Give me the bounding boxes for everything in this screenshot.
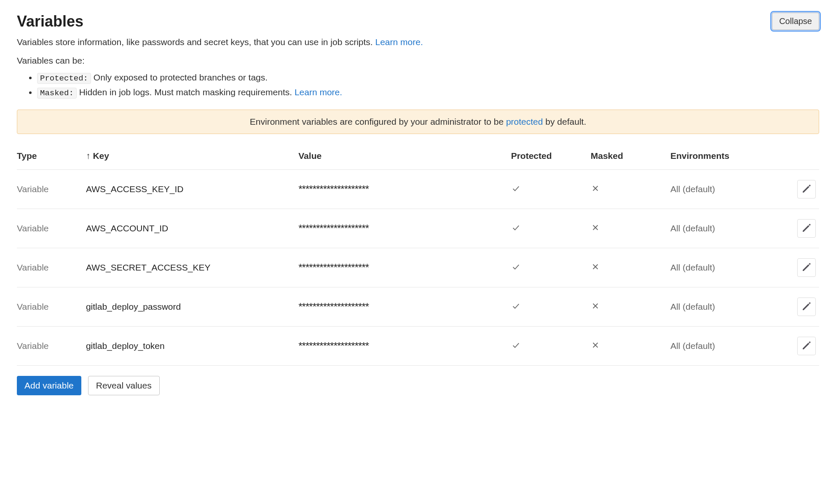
edit-button[interactable] bbox=[797, 258, 816, 277]
table-row: Variable gitlab_deploy_password ********… bbox=[17, 287, 819, 327]
pencil-icon bbox=[802, 302, 811, 312]
cell-type: Variable bbox=[17, 287, 86, 327]
edit-button[interactable] bbox=[797, 180, 816, 198]
cell-protected bbox=[511, 170, 591, 209]
cell-key: AWS_ACCESS_KEY_ID bbox=[86, 170, 298, 209]
page-title: Variables bbox=[17, 13, 83, 30]
protected-text: Only exposed to protected branches or ta… bbox=[91, 72, 268, 82]
check-icon bbox=[511, 185, 520, 195]
cell-value: ******************** bbox=[298, 287, 511, 327]
cell-value: ******************** bbox=[298, 170, 511, 209]
x-icon bbox=[591, 224, 600, 234]
alert-banner: Environment variables are configured by … bbox=[17, 110, 819, 134]
alert-suffix: by default. bbox=[543, 117, 586, 126]
col-environments[interactable]: Environments bbox=[670, 144, 787, 170]
cell-type: Variable bbox=[17, 170, 86, 209]
col-masked[interactable]: Masked bbox=[591, 144, 670, 170]
x-icon bbox=[591, 303, 600, 312]
pencil-icon bbox=[802, 223, 811, 234]
check-icon bbox=[511, 342, 520, 351]
table-row: Variable gitlab_deploy_token ***********… bbox=[17, 327, 819, 366]
cell-environments: All (default) bbox=[670, 248, 787, 287]
check-icon bbox=[511, 224, 520, 234]
x-icon bbox=[591, 185, 600, 195]
cell-value: ******************** bbox=[298, 327, 511, 366]
collapse-button[interactable]: Collapse bbox=[772, 13, 819, 30]
cell-protected bbox=[511, 327, 591, 366]
cell-masked bbox=[591, 248, 670, 287]
learn-more-link[interactable]: Learn more. bbox=[375, 37, 423, 47]
cell-protected bbox=[511, 248, 591, 287]
col-protected[interactable]: Protected bbox=[511, 144, 591, 170]
cell-environments: All (default) bbox=[670, 327, 787, 366]
cell-environments: All (default) bbox=[670, 287, 787, 327]
table-row: Variable AWS_ACCOUNT_ID ****************… bbox=[17, 209, 819, 248]
check-icon bbox=[511, 263, 520, 273]
col-type[interactable]: Type bbox=[17, 144, 86, 170]
pencil-icon bbox=[802, 263, 811, 273]
check-icon bbox=[511, 303, 520, 312]
cell-type: Variable bbox=[17, 248, 86, 287]
cell-type: Variable bbox=[17, 209, 86, 248]
edit-button[interactable] bbox=[797, 219, 816, 238]
add-variable-button[interactable]: Add variable bbox=[17, 376, 81, 395]
pencil-icon bbox=[802, 184, 811, 195]
cell-environments: All (default) bbox=[670, 209, 787, 248]
bullet-protected: Protected: Only exposed to protected bra… bbox=[37, 72, 819, 83]
bullet-masked: Masked: Hidden in job logs. Must match m… bbox=[37, 87, 819, 98]
description-prefix: Variables store information, like passwo… bbox=[17, 37, 375, 47]
cell-key: AWS_SECRET_ACCESS_KEY bbox=[86, 248, 298, 287]
x-icon bbox=[591, 342, 600, 351]
description-text: Variables store information, like passwo… bbox=[17, 37, 819, 47]
cell-value: ******************** bbox=[298, 209, 511, 248]
masked-code: Masked: bbox=[37, 88, 77, 99]
reveal-values-button[interactable]: Reveal values bbox=[88, 376, 160, 395]
table-row: Variable AWS_SECRET_ACCESS_KEY *********… bbox=[17, 248, 819, 287]
cell-environments: All (default) bbox=[670, 170, 787, 209]
x-icon bbox=[591, 263, 600, 273]
cell-protected bbox=[511, 209, 591, 248]
table-row: Variable AWS_ACCESS_KEY_ID *************… bbox=[17, 170, 819, 209]
cell-masked bbox=[591, 287, 670, 327]
masked-learn-more-link[interactable]: Learn more. bbox=[295, 87, 342, 97]
masked-text: Hidden in job logs. Must match masking r… bbox=[77, 87, 295, 97]
cell-masked bbox=[591, 327, 670, 366]
sort-up-icon: ↑ bbox=[86, 151, 91, 161]
col-value[interactable]: Value bbox=[298, 144, 511, 170]
protected-code: Protected: bbox=[37, 73, 91, 84]
cell-masked bbox=[591, 170, 670, 209]
variables-can-be-text: Variables can be: bbox=[17, 56, 819, 66]
cell-value: ******************** bbox=[298, 248, 511, 287]
col-actions bbox=[787, 144, 819, 170]
cell-key: gitlab_deploy_token bbox=[86, 327, 298, 366]
cell-masked bbox=[591, 209, 670, 248]
cell-key: AWS_ACCOUNT_ID bbox=[86, 209, 298, 248]
variables-table: Type ↑Key Value Protected Masked Environ… bbox=[17, 144, 819, 366]
pencil-icon bbox=[802, 341, 811, 351]
edit-button[interactable] bbox=[797, 337, 816, 355]
alert-protected-link[interactable]: protected bbox=[506, 117, 543, 126]
col-key[interactable]: ↑Key bbox=[86, 144, 298, 170]
cell-type: Variable bbox=[17, 327, 86, 366]
edit-button[interactable] bbox=[797, 298, 816, 316]
cell-key: gitlab_deploy_password bbox=[86, 287, 298, 327]
col-key-label: Key bbox=[93, 151, 109, 161]
cell-protected bbox=[511, 287, 591, 327]
alert-prefix: Environment variables are configured by … bbox=[250, 117, 506, 126]
